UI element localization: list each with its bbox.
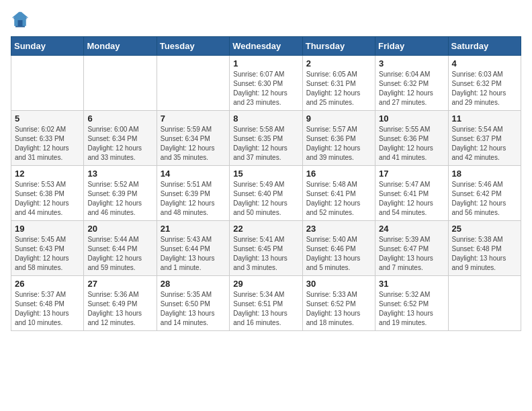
day-number: 9 bbox=[306, 113, 371, 124]
calendar-cell: 10Sunrise: 5:55 AM Sunset: 6:36 PM Dayli… bbox=[375, 111, 448, 166]
calendar-cell: 18Sunrise: 5:46 AM Sunset: 6:42 PM Dayli… bbox=[448, 166, 521, 221]
weekday-header-wednesday: Wednesday bbox=[230, 37, 302, 56]
logo bbox=[11, 11, 32, 30]
day-number: 4 bbox=[452, 58, 517, 68]
calendar-cell: 24Sunrise: 5:39 AM Sunset: 6:47 PM Dayli… bbox=[375, 221, 448, 276]
day-info: Sunrise: 5:39 AM Sunset: 6:47 PM Dayligh… bbox=[379, 235, 444, 273]
calendar-cell: 7Sunrise: 5:59 AM Sunset: 6:34 PM Daylig… bbox=[157, 111, 229, 166]
weekday-header-thursday: Thursday bbox=[302, 37, 375, 56]
calendar-cell bbox=[448, 276, 521, 331]
day-number: 31 bbox=[379, 279, 444, 289]
calendar-cell: 12Sunrise: 5:53 AM Sunset: 6:38 PM Dayli… bbox=[11, 166, 84, 221]
day-number: 7 bbox=[161, 113, 226, 124]
calendar-cell: 21Sunrise: 5:43 AM Sunset: 6:44 PM Dayli… bbox=[157, 221, 229, 276]
day-info: Sunrise: 5:38 AM Sunset: 6:48 PM Dayligh… bbox=[452, 235, 517, 273]
day-info: Sunrise: 5:49 AM Sunset: 6:40 PM Dayligh… bbox=[233, 180, 298, 218]
calendar-cell: 5Sunrise: 6:02 AM Sunset: 6:33 PM Daylig… bbox=[11, 111, 84, 166]
day-number: 26 bbox=[15, 279, 80, 289]
calendar-cell bbox=[84, 56, 157, 111]
calendar-cell: 11Sunrise: 5:54 AM Sunset: 6:37 PM Dayli… bbox=[448, 111, 521, 166]
day-number: 20 bbox=[87, 224, 152, 234]
day-number: 17 bbox=[379, 169, 444, 179]
page-header bbox=[11, 11, 521, 30]
day-info: Sunrise: 5:44 AM Sunset: 6:44 PM Dayligh… bbox=[87, 235, 152, 273]
calendar-week-5: 26Sunrise: 5:37 AM Sunset: 6:48 PM Dayli… bbox=[11, 276, 521, 331]
day-info: Sunrise: 5:58 AM Sunset: 6:35 PM Dayligh… bbox=[233, 125, 298, 163]
day-number: 25 bbox=[452, 224, 517, 234]
calendar-cell: 9Sunrise: 5:57 AM Sunset: 6:36 PM Daylig… bbox=[302, 111, 375, 166]
calendar-cell: 1Sunrise: 6:07 AM Sunset: 6:30 PM Daylig… bbox=[230, 56, 302, 111]
day-info: Sunrise: 5:59 AM Sunset: 6:34 PM Dayligh… bbox=[161, 125, 226, 163]
weekday-header-sunday: Sunday bbox=[11, 37, 84, 56]
day-info: Sunrise: 5:47 AM Sunset: 6:41 PM Dayligh… bbox=[379, 180, 444, 218]
day-info: Sunrise: 5:34 AM Sunset: 6:51 PM Dayligh… bbox=[233, 290, 298, 328]
calendar-cell: 13Sunrise: 5:52 AM Sunset: 6:39 PM Dayli… bbox=[84, 166, 157, 221]
day-info: Sunrise: 5:36 AM Sunset: 6:49 PM Dayligh… bbox=[87, 290, 152, 328]
day-info: Sunrise: 6:00 AM Sunset: 6:34 PM Dayligh… bbox=[87, 125, 152, 163]
day-info: Sunrise: 5:57 AM Sunset: 6:36 PM Dayligh… bbox=[306, 125, 371, 163]
day-number: 2 bbox=[306, 58, 371, 68]
calendar-cell: 29Sunrise: 5:34 AM Sunset: 6:51 PM Dayli… bbox=[230, 276, 302, 331]
day-number: 23 bbox=[306, 224, 371, 234]
day-number: 3 bbox=[379, 58, 444, 68]
day-info: Sunrise: 5:48 AM Sunset: 6:41 PM Dayligh… bbox=[306, 180, 371, 218]
day-number: 16 bbox=[306, 169, 371, 179]
calendar-cell: 2Sunrise: 6:05 AM Sunset: 6:31 PM Daylig… bbox=[302, 56, 375, 111]
day-info: Sunrise: 5:53 AM Sunset: 6:38 PM Dayligh… bbox=[15, 180, 80, 218]
day-number: 10 bbox=[379, 113, 444, 124]
calendar-cell: 23Sunrise: 5:40 AM Sunset: 6:46 PM Dayli… bbox=[302, 221, 375, 276]
calendar-cell bbox=[157, 56, 229, 111]
calendar-cell: 30Sunrise: 5:33 AM Sunset: 6:52 PM Dayli… bbox=[302, 276, 375, 331]
day-number: 14 bbox=[161, 169, 226, 179]
calendar-cell: 20Sunrise: 5:44 AM Sunset: 6:44 PM Dayli… bbox=[84, 221, 157, 276]
calendar-cell: 6Sunrise: 6:00 AM Sunset: 6:34 PM Daylig… bbox=[84, 111, 157, 166]
calendar-cell: 26Sunrise: 5:37 AM Sunset: 6:48 PM Dayli… bbox=[11, 276, 84, 331]
day-number: 11 bbox=[452, 113, 517, 124]
day-info: Sunrise: 5:37 AM Sunset: 6:48 PM Dayligh… bbox=[15, 290, 80, 328]
calendar-cell: 4Sunrise: 6:03 AM Sunset: 6:32 PM Daylig… bbox=[448, 56, 521, 111]
calendar-cell: 14Sunrise: 5:51 AM Sunset: 6:39 PM Dayli… bbox=[157, 166, 229, 221]
day-number: 13 bbox=[87, 169, 152, 179]
day-number: 12 bbox=[15, 169, 80, 179]
day-number: 29 bbox=[233, 279, 298, 289]
calendar-cell: 28Sunrise: 5:35 AM Sunset: 6:50 PM Dayli… bbox=[157, 276, 229, 331]
calendar-cell: 31Sunrise: 5:32 AM Sunset: 6:52 PM Dayli… bbox=[375, 276, 448, 331]
day-info: Sunrise: 5:54 AM Sunset: 6:37 PM Dayligh… bbox=[452, 125, 517, 163]
day-number: 5 bbox=[15, 113, 80, 124]
day-info: Sunrise: 6:02 AM Sunset: 6:33 PM Dayligh… bbox=[15, 125, 80, 163]
day-number: 27 bbox=[87, 279, 152, 289]
calendar-week-2: 5Sunrise: 6:02 AM Sunset: 6:33 PM Daylig… bbox=[11, 111, 521, 166]
day-number: 24 bbox=[379, 224, 444, 234]
day-info: Sunrise: 5:35 AM Sunset: 6:50 PM Dayligh… bbox=[161, 290, 226, 328]
day-number: 18 bbox=[452, 169, 517, 179]
calendar-cell: 19Sunrise: 5:45 AM Sunset: 6:43 PM Dayli… bbox=[11, 221, 84, 276]
day-info: Sunrise: 6:05 AM Sunset: 6:31 PM Dayligh… bbox=[306, 70, 371, 107]
calendar-cell: 25Sunrise: 5:38 AM Sunset: 6:48 PM Dayli… bbox=[448, 221, 521, 276]
calendar-cell: 17Sunrise: 5:47 AM Sunset: 6:41 PM Dayli… bbox=[375, 166, 448, 221]
weekday-header-saturday: Saturday bbox=[448, 37, 521, 56]
day-info: Sunrise: 5:52 AM Sunset: 6:39 PM Dayligh… bbox=[87, 180, 152, 218]
day-info: Sunrise: 6:03 AM Sunset: 6:32 PM Dayligh… bbox=[452, 70, 517, 107]
day-number: 8 bbox=[233, 113, 298, 124]
weekday-header-tuesday: Tuesday bbox=[157, 37, 229, 56]
day-info: Sunrise: 5:45 AM Sunset: 6:43 PM Dayligh… bbox=[15, 235, 80, 273]
day-info: Sunrise: 5:55 AM Sunset: 6:36 PM Dayligh… bbox=[379, 125, 444, 163]
calendar-cell: 3Sunrise: 6:04 AM Sunset: 6:32 PM Daylig… bbox=[375, 56, 448, 111]
calendar-week-3: 12Sunrise: 5:53 AM Sunset: 6:38 PM Dayli… bbox=[11, 166, 521, 221]
day-number: 22 bbox=[233, 224, 298, 234]
calendar-cell: 22Sunrise: 5:41 AM Sunset: 6:45 PM Dayli… bbox=[230, 221, 302, 276]
day-info: Sunrise: 5:41 AM Sunset: 6:45 PM Dayligh… bbox=[233, 235, 298, 273]
day-info: Sunrise: 5:33 AM Sunset: 6:52 PM Dayligh… bbox=[306, 290, 371, 328]
calendar-cell bbox=[11, 56, 84, 111]
day-number: 15 bbox=[233, 169, 298, 179]
calendar-cell: 8Sunrise: 5:58 AM Sunset: 6:35 PM Daylig… bbox=[230, 111, 302, 166]
calendar-cell: 16Sunrise: 5:48 AM Sunset: 6:41 PM Dayli… bbox=[302, 166, 375, 221]
calendar-week-1: 1Sunrise: 6:07 AM Sunset: 6:30 PM Daylig… bbox=[11, 56, 521, 111]
day-number: 21 bbox=[161, 224, 226, 234]
calendar-cell: 27Sunrise: 5:36 AM Sunset: 6:49 PM Dayli… bbox=[84, 276, 157, 331]
day-info: Sunrise: 5:40 AM Sunset: 6:46 PM Dayligh… bbox=[306, 235, 371, 273]
day-info: Sunrise: 6:07 AM Sunset: 6:30 PM Dayligh… bbox=[233, 70, 298, 107]
day-number: 30 bbox=[306, 279, 371, 289]
day-number: 19 bbox=[15, 224, 80, 234]
weekday-header-monday: Monday bbox=[84, 37, 157, 56]
